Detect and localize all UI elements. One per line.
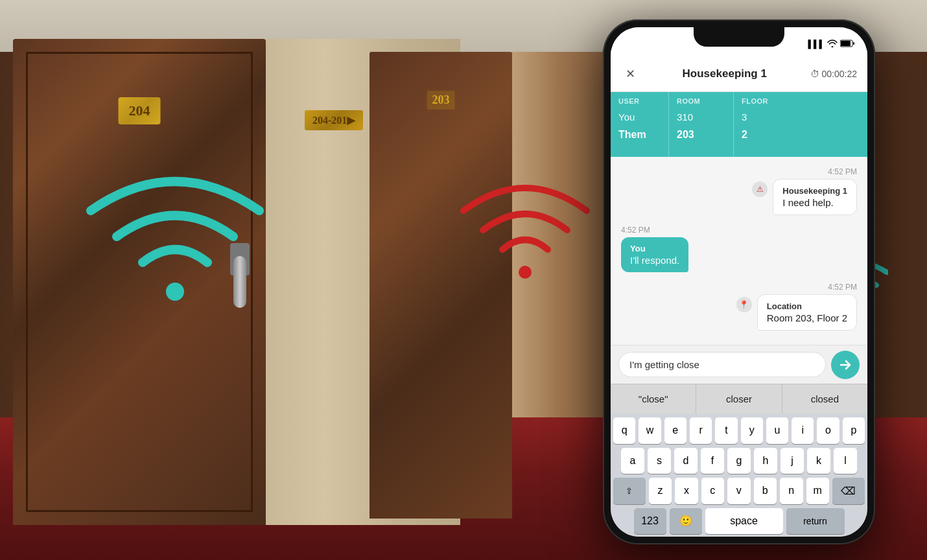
info-col-floor: FLOOR 3 2 [734, 92, 867, 157]
svg-point-0 [166, 283, 184, 301]
msg2-timestamp: 4:52 PM [621, 226, 650, 235]
message-outgoing-2: 4:52 PM You I'll respond. [621, 226, 857, 272]
wifi-icon [827, 40, 838, 49]
key-row-2: a s d f g h j k l [613, 448, 865, 474]
key-x[interactable]: x [675, 478, 698, 504]
door-sign-middle: 204-201▶ [305, 110, 363, 130]
battery-icon [840, 40, 854, 49]
key-h[interactable]: h [754, 448, 777, 474]
key-s[interactable]: s [648, 448, 671, 474]
info-col-room: ROOM 310 203 [669, 92, 734, 157]
msg3-bubble: 📍 Location Room 203, Floor 2 [736, 294, 857, 331]
info-row-you-user: You [618, 108, 661, 126]
close-button[interactable]: ✕ [621, 65, 639, 83]
input-area [611, 345, 867, 384]
key-return[interactable]: return [786, 508, 845, 535]
key-row-1: q w e r t y u i o p [613, 417, 865, 444]
msg1-bubble: ⚠ Housekeeping 1 I need help. [752, 179, 857, 215]
door-number-left: 204 [119, 97, 161, 124]
msg1-icon: ⚠ [752, 181, 768, 197]
key-space[interactable]: space [705, 508, 783, 535]
key-e[interactable]: e [664, 417, 686, 444]
key-j[interactable]: j [780, 448, 804, 474]
info-row-you-room: 310 [677, 108, 725, 126]
key-o[interactable]: o [817, 417, 839, 444]
phone-screen: ▌▌▌ [611, 27, 867, 537]
msg1-timestamp: 4:52 PM [828, 167, 857, 176]
key-delete[interactable]: ⌫ [832, 478, 865, 504]
key-row-3: ⇧ z x c v b n m ⌫ [613, 478, 865, 504]
message-incoming-1: 4:52 PM ⚠ Housekeeping 1 I need help. [621, 167, 857, 215]
key-k[interactable]: k [807, 448, 830, 474]
key-c[interactable]: c [701, 478, 724, 504]
msg3-body: Room 203, Floor 2 [767, 312, 847, 323]
key-m[interactable]: m [806, 478, 829, 504]
message-location-3: 4:52 PM 📍 Location Room 203, Floor 2 [621, 283, 857, 331]
info-col-user: USER You Them [611, 92, 669, 157]
key-y[interactable]: y [741, 417, 763, 444]
msg2-bubble: You I'll respond. [621, 237, 688, 272]
header-title: Housekeeping 1 [683, 67, 767, 80]
you-room-val: 310 [677, 111, 693, 122]
timer-icon: ⏱ [810, 69, 819, 79]
signal-icon: ▌▌▌ [808, 40, 825, 49]
msg2-sender: You [630, 244, 679, 253]
info-row-them-floor: 2 [742, 126, 860, 144]
key-n[interactable]: n [780, 478, 803, 504]
msg3-timestamp: 4:52 PM [828, 283, 857, 292]
key-numbers[interactable]: 123 [634, 508, 666, 535]
col-header-room: ROOM [677, 97, 725, 105]
wifi-signal-right [460, 162, 590, 285]
you-floor-val: 3 [742, 111, 747, 122]
key-l[interactable]: l [834, 448, 857, 474]
key-w[interactable]: w [639, 417, 661, 444]
key-emoji[interactable]: 🙂 [670, 508, 702, 535]
status-icons: ▌▌▌ [808, 40, 854, 49]
key-v[interactable]: v [727, 478, 750, 504]
key-a[interactable]: a [621, 448, 644, 474]
them-user-val: Them [618, 129, 646, 141]
timer-value: 00:00:22 [822, 69, 858, 79]
autocomplete-item-0[interactable]: "close" [611, 384, 696, 414]
key-row-4: 123 🙂 space return [613, 508, 865, 535]
door-number-middle: 203 [427, 91, 455, 110]
header-timer: ⏱ 00:00:22 [810, 69, 858, 79]
phone-container: ▌▌▌ [603, 19, 875, 544]
send-button[interactable] [831, 351, 860, 379]
info-row-you-floor: 3 [742, 108, 860, 126]
phone-notch [694, 27, 784, 47]
key-u[interactable]: u [766, 417, 788, 444]
info-row-them-user: Them [618, 126, 661, 144]
wifi-signal-left [84, 143, 266, 311]
key-g[interactable]: g [727, 448, 751, 474]
key-p[interactable]: p [843, 417, 865, 444]
info-table: USER You Them ROOM 310 203 [611, 92, 867, 157]
msg3-text: Location Room 203, Floor 2 [757, 294, 857, 331]
msg1-body: I need help. [782, 197, 847, 208]
msg1-sender: Housekeeping 1 [782, 186, 847, 196]
msg3-icon: 📍 [736, 297, 752, 312]
col-header-user: USER [618, 97, 661, 105]
key-shift[interactable]: ⇧ [613, 478, 646, 504]
them-room-val: 203 [677, 129, 694, 141]
key-i[interactable]: i [792, 417, 814, 444]
phone-body: ▌▌▌ [603, 19, 875, 544]
svg-rect-4 [841, 41, 851, 46]
key-f[interactable]: f [701, 448, 724, 474]
chat-area: 4:52 PM ⚠ Housekeeping 1 I need help. 4:… [611, 157, 867, 349]
message-input[interactable] [618, 352, 826, 377]
key-b[interactable]: b [754, 478, 777, 504]
key-d[interactable]: d [674, 448, 698, 474]
key-r[interactable]: r [690, 417, 712, 444]
svg-point-1 [519, 266, 532, 279]
info-row-them-room: 203 [677, 126, 725, 144]
msg2-body: I'll respond. [630, 255, 679, 266]
autocomplete-item-1[interactable]: closer [696, 384, 782, 414]
key-t[interactable]: t [715, 417, 737, 444]
svg-rect-5 [853, 42, 854, 45]
msg1-text: Housekeeping 1 I need help. [773, 179, 857, 215]
key-q[interactable]: q [613, 417, 635, 444]
you-user-val: You [618, 111, 635, 122]
autocomplete-item-2[interactable]: closed [782, 384, 867, 414]
key-z[interactable]: z [649, 478, 672, 504]
